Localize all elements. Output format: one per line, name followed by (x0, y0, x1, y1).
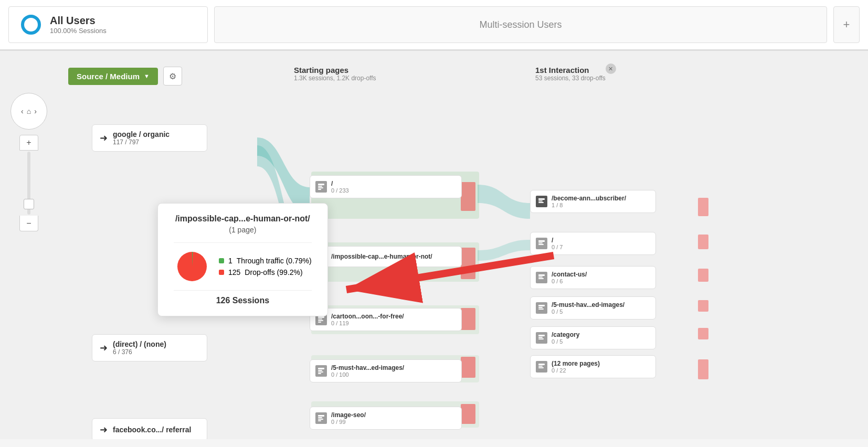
page-icon-4 (315, 412, 327, 424)
source-arrow-icon-2: ➜ (100, 342, 108, 354)
ring-icon (19, 13, 43, 36)
interaction-node-5[interactable]: (12 more pages) 0 / 22 (530, 355, 656, 378)
svg-rect-40 (538, 240, 545, 242)
source-arrow-icon-3: ➜ (100, 424, 108, 435)
source-node-google[interactable]: ➜ google / organic 117 / 797 (92, 124, 207, 152)
tooltip-pie-chart (174, 248, 210, 285)
svg-rect-36 (318, 420, 321, 421)
starting-page-node-2[interactable]: /cartoon...oon...-for-free/ 0 / 119 (310, 308, 462, 331)
nav-controls: ‹ ⌂ › + − (10, 93, 47, 231)
svg-rect-37 (538, 198, 545, 200)
svg-rect-49 (538, 335, 545, 336)
segment-sub: 100.00% Sessions (50, 27, 107, 35)
svg-rect-17 (318, 184, 324, 185)
svg-rect-25 (318, 316, 324, 318)
svg-rect-43 (538, 274, 545, 276)
tooltip-stats: 1 Through traffic (0.79%) 125 Drop-offs … (219, 257, 312, 276)
svg-rect-29 (318, 368, 324, 369)
svg-rect-52 (538, 364, 545, 365)
through-traffic-row: 1 Through traffic (0.79%) (219, 257, 312, 265)
add-segment-button[interactable]: + (833, 6, 860, 43)
zoom-controls: + − (19, 135, 38, 231)
svg-rect-16 (698, 359, 708, 379)
interaction-page-icon-5 (536, 361, 547, 372)
tooltip-pie-row: 1 Through traffic (0.79%) 125 Drop-offs … (174, 248, 312, 285)
svg-rect-48 (538, 308, 544, 310)
svg-rect-18 (318, 186, 322, 187)
segment-title: All Users (50, 15, 107, 27)
tooltip-subtitle: (1 page) (174, 226, 312, 234)
starting-page-node-1[interactable]: /impossible-cap...e-human-or-not/ (310, 246, 462, 267)
svg-rect-54 (538, 367, 544, 368)
svg-rect-50 (538, 337, 543, 338)
dropdown-arrow-icon: ▼ (144, 73, 150, 79)
first-interaction-header: 1st Interaction 53 sessions, 33 drop-off… (535, 66, 606, 82)
svg-rect-42 (538, 244, 544, 245)
source-node-facebook[interactable]: ➜ facebook.co.../ referral (92, 418, 207, 439)
svg-rect-41 (538, 242, 543, 243)
svg-rect-8 (461, 308, 475, 330)
tooltip-title: /impossible-cap...e-human-or-not/ (174, 214, 312, 224)
interaction-node-0[interactable]: /become-ann...ubscriber/ 1 / 8 (530, 190, 656, 213)
interaction-page-icon-2 (536, 272, 547, 283)
nav-circle[interactable]: ‹ ⌂ › (10, 93, 47, 130)
svg-rect-47 (538, 307, 543, 308)
starting-pages-header: Starting pages 1.3K sessions, 1.2K drop-… (294, 66, 376, 82)
segment-multi-session[interactable]: Multi-session Users (214, 6, 827, 43)
svg-rect-14 (698, 300, 708, 312)
svg-rect-34 (318, 417, 322, 418)
segment2-title: Multi-session Users (479, 19, 562, 30)
svg-rect-38 (538, 200, 543, 201)
starting-page-node-4[interactable]: /image-seo/ 0 / 99 (310, 407, 462, 430)
svg-rect-39 (538, 202, 544, 203)
zoom-slider[interactable] (27, 152, 30, 215)
svg-rect-13 (698, 269, 708, 282)
starting-page-node-0[interactable]: / 0 / 233 (310, 175, 462, 198)
interaction-node-3[interactable]: /5-must-hav...ed-images/ 0 / 5 (530, 296, 656, 320)
svg-rect-51 (538, 338, 544, 339)
toolbar: Source / Medium ▼ ⚙ (68, 67, 182, 86)
svg-rect-30 (318, 370, 322, 371)
interaction-page-icon-1 (536, 238, 547, 249)
interaction-page-icon-3 (536, 302, 547, 314)
page-icon-0 (315, 181, 327, 193)
gear-icon: ⚙ (169, 71, 176, 81)
svg-rect-6 (461, 182, 475, 211)
dropoffs-dot (219, 270, 224, 275)
svg-rect-19 (318, 187, 323, 188)
close-interaction-button[interactable]: ✕ (606, 63, 616, 74)
home-icon: ⌂ (27, 107, 31, 115)
main-content: Source / Medium ▼ ⚙ Starting pages 1.3K … (0, 51, 868, 439)
starting-page-node-3[interactable]: /5-must-hav...ed-images/ 0 / 100 (310, 359, 462, 382)
zoom-thumb[interactable] (24, 199, 34, 209)
nav-right-icon: › (34, 107, 37, 115)
interaction-node-2[interactable]: /contact-us/ 0 / 6 (530, 266, 656, 289)
zoom-in-button[interactable]: + (19, 135, 38, 151)
svg-rect-7 (461, 248, 475, 279)
svg-rect-10 (461, 404, 475, 424)
dropoffs-row: 125 Drop-offs (99.2%) (219, 268, 312, 276)
top-bar: All Users 100.00% Sessions Multi-session… (0, 0, 868, 51)
source-node-direct[interactable]: ➜ (direct) / (none) 6 / 376 (92, 334, 207, 361)
svg-rect-12 (698, 235, 708, 249)
tooltip-popup: /impossible-cap...e-human-or-not/ (1 pag… (157, 203, 328, 316)
svg-rect-9 (461, 357, 475, 378)
page-icon-3 (315, 365, 327, 377)
svg-rect-15 (698, 328, 708, 339)
segment-all-users[interactable]: All Users 100.00% Sessions (8, 6, 208, 43)
svg-rect-27 (318, 320, 323, 321)
interaction-node-1[interactable]: / 0 / 7 (530, 232, 656, 255)
svg-rect-28 (318, 322, 321, 323)
interaction-node-4[interactable]: /category 0 / 5 (530, 326, 656, 349)
settings-button[interactable]: ⚙ (163, 67, 182, 86)
zoom-out-button[interactable]: − (19, 216, 38, 231)
through-traffic-dot (219, 258, 224, 263)
source-arrow-icon: ➜ (100, 132, 108, 144)
svg-rect-26 (318, 318, 322, 320)
svg-rect-53 (538, 366, 543, 367)
svg-rect-20 (318, 189, 321, 190)
svg-rect-11 (698, 198, 708, 216)
interaction-page-icon-4 (536, 332, 547, 344)
dimension-dropdown[interactable]: Source / Medium ▼ (68, 68, 158, 85)
svg-rect-31 (318, 371, 323, 372)
